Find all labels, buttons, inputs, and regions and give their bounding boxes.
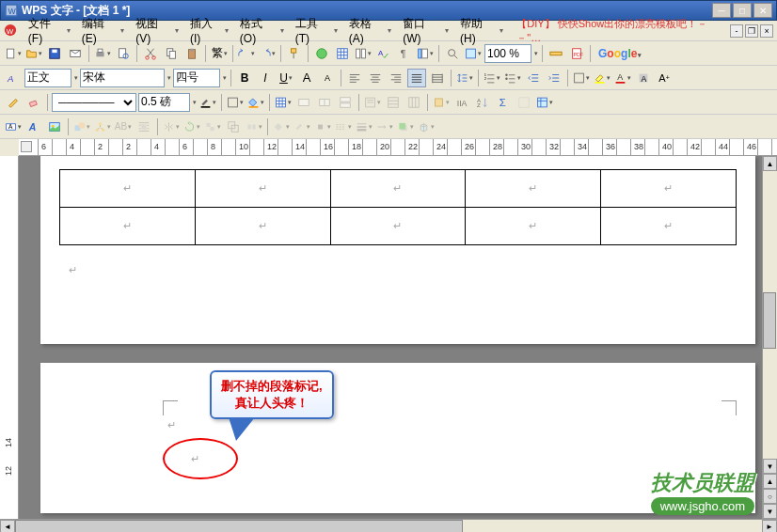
table-cell[interactable]: ↵ [330,208,466,245]
tab-selector[interactable] [21,141,32,152]
traditional-simplified-button[interactable]: 繁▾ [210,44,229,63]
align-distributed-button[interactable] [428,69,447,87]
scroll-thumb[interactable] [763,292,776,349]
show-marks-button[interactable]: ¶ [395,44,414,63]
menu-view[interactable]: 视图(V)▾ [130,14,184,47]
italic-button[interactable]: I [256,69,275,87]
next-page-button[interactable]: ▼ [763,504,777,519]
shrink-font-button[interactable]: A [318,69,337,87]
cut-button[interactable] [141,44,160,63]
undo-button[interactable]: ▾ [237,44,256,63]
menu-insert[interactable]: 插入(I)▾ [184,14,234,47]
zoom-tool-button[interactable]: ▾ [464,44,483,63]
scroll-up-button[interactable]: ▲ [763,156,777,171]
bold-button[interactable]: B [235,69,254,87]
print-preview-button[interactable] [114,44,133,63]
maximize-button[interactable]: □ [733,3,752,18]
textbox-tool-button[interactable]: A▾ [4,117,23,136]
line-weight-combo[interactable] [138,93,190,112]
shape-fill-button[interactable]: ▾ [272,117,291,136]
merge-cells-button[interactable] [294,93,313,112]
line-spacing-button[interactable]: ▾ [455,69,474,87]
menu-edit[interactable]: 编辑(E)▾ [76,14,131,47]
copy-button[interactable] [162,44,181,63]
font-size-combo[interactable] [173,69,220,87]
promo-text[interactable]: 【DIY】 快快Show出你的漂亮模板吧！－－"… [516,17,730,45]
draw-table-button[interactable] [4,93,23,112]
table-cell[interactable]: ↵ [601,170,737,208]
save-button[interactable] [45,44,64,63]
sort-button[interactable]: AZ [473,93,492,112]
char-shading-button[interactable]: A [634,69,653,87]
menu-format[interactable]: 格式(O)▾ [234,14,290,47]
fill-color-button[interactable]: ▾ [246,93,265,112]
line-style-combo[interactable]: ─────── [52,93,136,112]
wrapping-button[interactable] [135,117,153,136]
vertical-scrollbar[interactable]: ▲ ▼ ▲ ○ ▼ [762,156,777,519]
zoom-combo[interactable] [484,44,531,63]
outside-border-button[interactable]: ▾ [226,93,245,112]
style-combo[interactable] [24,69,71,87]
format-painter-button[interactable] [285,44,304,63]
wordart-button[interactable]: A [24,117,43,136]
increase-indent-button[interactable] [545,69,563,87]
horizontal-ruler[interactable]: 6422468101214161820222426283032343638404… [19,139,777,156]
decrease-indent-button[interactable] [524,69,543,87]
align-right-button[interactable] [387,69,405,87]
shadow-button[interactable]: ▾ [396,117,415,136]
font-color-button[interactable]: A▾ [613,69,632,87]
grow-font-button[interactable]: A [297,69,316,87]
google-search[interactable]: Google▾ [595,47,645,60]
align-left-button[interactable] [345,69,364,87]
browse-object-button[interactable]: ○ [763,489,777,504]
split-cells-button[interactable] [315,93,334,112]
select-table-button[interactable]: ▾ [535,93,554,112]
equal-size-button[interactable]: ▾ [245,117,263,136]
border-button[interactable]: ▾ [572,69,591,87]
3d-button[interactable]: ▾ [417,117,436,136]
document-table[interactable]: ↵↵↵↵↵ ↵↵↵↵↵ [59,169,737,245]
shapes-button[interactable]: ▾ [72,117,91,136]
mdi-minimize-button[interactable]: - [730,24,743,38]
hyperlink-button[interactable] [312,44,331,63]
vertical-ruler[interactable]: 14 12 [0,156,19,519]
ruler-button[interactable] [547,44,565,63]
insert-table-button[interactable] [333,44,352,63]
scroll-left-button[interactable]: ◄ [0,520,15,532]
align-cell-button[interactable]: ▾ [363,93,382,112]
menu-file[interactable]: 文件(F)▾ [23,14,76,47]
dash-style-button[interactable]: ▾ [334,117,353,136]
scroll-thumb-h[interactable] [15,520,463,532]
callout-button[interactable]: AB▾ [114,117,133,136]
eraser-button[interactable] [24,93,43,112]
table-cell[interactable]: ↵ [466,170,601,208]
align-justify-button[interactable] [407,69,426,87]
table-cell[interactable]: ↵ [60,208,196,245]
pdf-button[interactable]: PDF [567,44,586,63]
bullet-list-button[interactable]: ▾ [503,69,522,87]
diagram-button[interactable]: ▾ [93,117,112,136]
formula-button[interactable]: Σ [494,93,513,112]
open-button[interactable]: ▾ [24,44,43,63]
insert-picture-button[interactable] [45,117,64,136]
redo-button[interactable]: ▾ [258,44,277,63]
menu-help[interactable]: 帮助(H)▾ [454,14,509,47]
table-cell[interactable]: ↵ [601,208,737,245]
text-direction-button[interactable]: IIA [452,93,471,112]
underline-button[interactable]: U▾ [277,69,295,87]
new-button[interactable]: ▾ [4,44,23,63]
document-map-button[interactable]: ▾ [416,44,435,63]
spellcheck-button[interactable]: A [374,44,393,63]
numbered-list-button[interactable]: 12▾ [483,69,501,87]
align-objects-button[interactable]: ▾ [203,117,222,136]
prev-page-button[interactable]: ▲ [763,474,777,489]
table-cell[interactable]: ↵ [60,170,196,208]
table-cell[interactable]: ↵ [466,208,601,245]
mdi-restore-button[interactable]: ❐ [745,24,758,38]
paste-button[interactable] [182,44,201,63]
group-button[interactable] [224,117,243,136]
autofit-button[interactable]: ▾ [432,93,451,112]
columns-button[interactable]: ▾ [354,44,373,63]
menu-tools[interactable]: 工具(T)▾ [290,14,343,47]
menu-window[interactable]: 窗口(W)▾ [397,14,454,47]
